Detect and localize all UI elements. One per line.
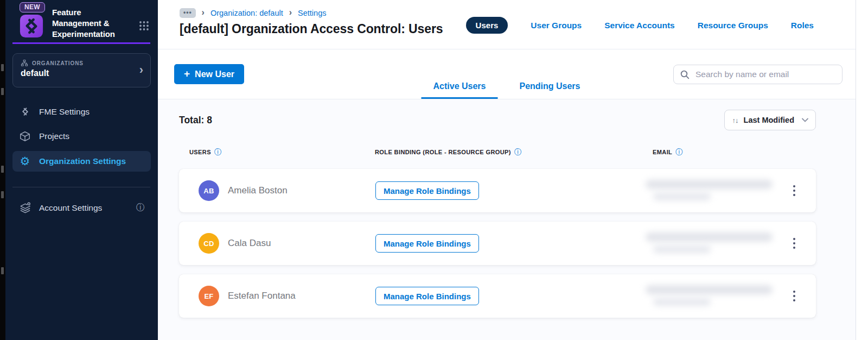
- tab-service-accounts[interactable]: Service Accounts: [604, 21, 675, 30]
- info-icon[interactable]: ⓘ: [214, 147, 222, 157]
- new-user-button-label: New User: [195, 70, 234, 79]
- table-row: EF Estefan Fontana Manage Role Bindings: [179, 274, 816, 318]
- table-row: AB Amelia Boston Manage Role Bindings: [179, 169, 816, 212]
- sidebar-item-projects[interactable]: Projects: [12, 127, 151, 146]
- users-list-section: Total: 8 ↑↓ Last Modified USERSⓘ ROLE BI…: [158, 99, 856, 340]
- new-badge: NEW: [20, 2, 45, 12]
- email-redacted: [646, 177, 784, 204]
- sidebar-item-organization-settings[interactable]: ⚙ Organization Settings: [12, 151, 151, 172]
- tab-roles[interactable]: Roles: [791, 21, 814, 30]
- toolbar: + New User Active Users Pending Users: [158, 49, 856, 99]
- tab-user-groups[interactable]: User Groups: [531, 21, 582, 30]
- app-title: Feature Management & Experimentation: [52, 7, 132, 40]
- window-right-margin: [856, 0, 868, 340]
- tab-users[interactable]: Users: [466, 17, 508, 34]
- user-rows: AB Amelia Boston Manage Role Bindings CD…: [179, 169, 816, 318]
- background-window-edge: [0, 0, 5, 340]
- breadcrumb-ellipsis[interactable]: •••: [180, 8, 196, 18]
- chevron-right-icon: ›: [139, 63, 143, 77]
- user-name: Amelia Boston: [228, 185, 288, 196]
- kebab-menu-icon[interactable]: [784, 182, 804, 199]
- sidebar-menu: FME Settings Projects ⚙ Organization Set…: [5, 102, 158, 172]
- background-artifact: [1, 88, 4, 95]
- background-artifact: [1, 64, 4, 71]
- sidebar-item-label: Projects: [39, 131, 69, 141]
- cube-icon: [18, 130, 31, 142]
- column-email: EMAIL: [653, 149, 672, 155]
- fme-settings-icon: [18, 105, 31, 118]
- info-icon[interactable]: ⓘ: [675, 147, 683, 157]
- manage-role-bindings-button[interactable]: Manage Role Bindings: [375, 287, 479, 305]
- kebab-menu-icon[interactable]: [784, 235, 804, 252]
- table-header-row: USERSⓘ ROLE BINDING (ROLE - RESOURCE GRO…: [179, 147, 816, 157]
- total-count: Total: 8: [179, 115, 212, 126]
- sidebar-item-account-settings[interactable]: Account Settings ⓘ: [12, 198, 151, 218]
- search-box[interactable]: [673, 65, 843, 84]
- fme-logo-icon: [20, 14, 43, 38]
- tab-resource-groups[interactable]: Resource Groups: [698, 21, 768, 30]
- user-name: Cala Dasu: [228, 238, 271, 249]
- sidebar-header: NEW Feature Management & Experimentation: [5, 0, 158, 40]
- background-artifact: [1, 267, 4, 274]
- tab-pending-users[interactable]: Pending Users: [507, 81, 592, 99]
- avatar: CD: [199, 233, 219, 254]
- sidebar-divider: [12, 187, 150, 187]
- breadcrumb-link-organization[interactable]: Organization: default: [210, 9, 283, 17]
- background-artifact: [1, 166, 4, 173]
- tab-active-users[interactable]: Active Users: [422, 81, 498, 99]
- column-role-binding: ROLE BINDING (ROLE - RESOURCE GROUP): [375, 149, 511, 155]
- user-name: Estefan Fontana: [228, 291, 296, 301]
- sidebar-item-label: Account Settings: [39, 203, 102, 213]
- sort-dropdown[interactable]: ↑↓ Last Modified: [724, 110, 816, 130]
- table-row: CD Cala Dasu Manage Role Bindings: [179, 222, 816, 265]
- email-redacted: [646, 230, 784, 257]
- main-panel: ••• › Organization: default › Settings […: [158, 0, 856, 340]
- manage-role-bindings-button[interactable]: Manage Role Bindings: [375, 234, 479, 253]
- org-selector-value: default: [21, 68, 143, 78]
- sort-icon: ↑↓: [732, 116, 738, 124]
- access-control-nav: Users User Groups Service Accounts Resou…: [466, 17, 814, 34]
- user-state-tabs: Active Users Pending Users: [422, 81, 592, 99]
- app-window: NEW Feature Management & Experimentation: [0, 0, 868, 340]
- new-user-button[interactable]: + New User: [174, 64, 244, 84]
- email-redacted: [646, 282, 784, 310]
- background-artifact: [1, 191, 4, 198]
- hierarchy-icon: [21, 59, 28, 67]
- avatar: AB: [199, 180, 219, 201]
- chevron-down-icon: [802, 118, 808, 122]
- plus-icon: +: [184, 68, 190, 80]
- org-selector-label: ORGANIZATIONS: [32, 60, 84, 66]
- sidebar: NEW Feature Management & Experimentation: [5, 0, 158, 340]
- chevron-right-icon: ›: [289, 8, 292, 17]
- layers-gear-icon: [18, 202, 31, 214]
- sidebar-item-label: FME Settings: [39, 107, 90, 117]
- column-users: USERS: [189, 149, 211, 155]
- info-icon[interactable]: ⓘ: [514, 147, 522, 157]
- avatar: EF: [199, 286, 219, 306]
- breadcrumb-link-settings[interactable]: Settings: [298, 9, 326, 17]
- sort-dropdown-label: Last Modified: [744, 116, 794, 124]
- sidebar-item-fme-settings[interactable]: FME Settings: [12, 102, 151, 122]
- info-icon[interactable]: ⓘ: [136, 202, 145, 213]
- page-header: ••• › Organization: default › Settings […: [158, 0, 856, 49]
- search-input[interactable]: [694, 69, 835, 80]
- chevron-right-icon: ›: [202, 8, 205, 17]
- kebab-menu-icon[interactable]: [784, 288, 804, 305]
- manage-role-bindings-button[interactable]: Manage Role Bindings: [375, 181, 479, 200]
- app-grid-icon[interactable]: [139, 21, 149, 40]
- search-icon: [680, 70, 690, 79]
- organization-selector[interactable]: ORGANIZATIONS default ›: [12, 53, 151, 87]
- brand-divider: [12, 42, 150, 44]
- sidebar-item-label: Organization Settings: [39, 156, 126, 166]
